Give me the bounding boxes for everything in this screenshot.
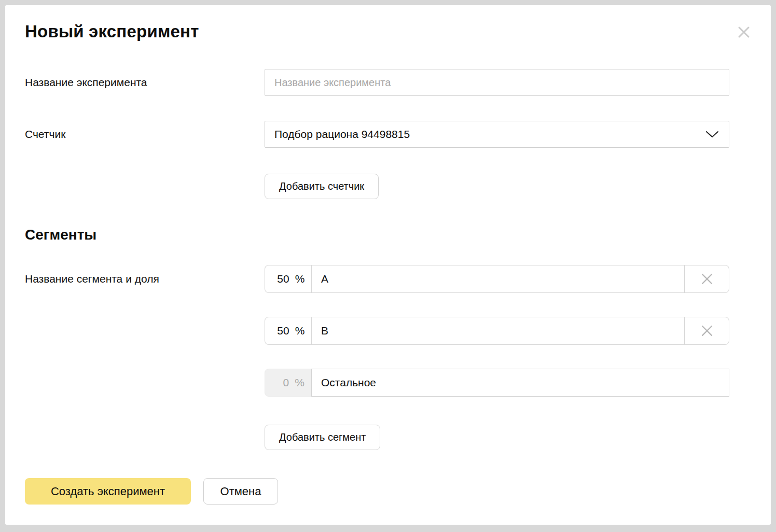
segment-name-input-rest[interactable] (312, 376, 729, 389)
remove-segment-b-button[interactable] (685, 317, 729, 345)
segment-row-rest: % (265, 369, 729, 397)
segment-share-input-rest (271, 376, 289, 389)
remove-segment-a-button[interactable] (685, 265, 729, 293)
counter-label: Счетчик (25, 121, 65, 148)
segment-name-cell (311, 317, 685, 345)
new-experiment-dialog: Новый эксперимент Название эксперимента … (5, 5, 771, 525)
create-experiment-button[interactable]: Создать эксперимент (25, 478, 191, 505)
add-counter-button[interactable]: Добавить счетчик (265, 174, 379, 199)
percent-sign: % (295, 273, 305, 285)
segment-row-b: % (265, 317, 729, 345)
segment-row-a: % (265, 265, 729, 293)
remove-icon (700, 324, 714, 338)
segment-name-input-a[interactable] (312, 273, 684, 285)
segment-name-input-b[interactable] (312, 325, 684, 337)
segment-share-input-a[interactable] (272, 273, 289, 285)
percent-sign: % (295, 376, 304, 389)
segment-name-cell (311, 265, 685, 293)
segment-share-cell-disabled: % (265, 369, 311, 397)
segment-share-cell: % (265, 317, 311, 345)
page-title: Новый эксперимент (25, 22, 199, 41)
counter-select[interactable]: Подбор рациона 94498815 (265, 121, 729, 148)
cancel-button[interactable]: Отмена (203, 478, 278, 505)
close-icon (736, 24, 752, 40)
segment-share-cell: % (265, 265, 311, 293)
counter-select-value: Подбор рациона 94498815 (274, 128, 705, 141)
add-segment-button[interactable]: Добавить сегмент (265, 425, 380, 450)
experiment-name-input[interactable] (265, 69, 729, 96)
segment-share-input-b[interactable] (272, 325, 289, 337)
remove-icon (700, 272, 714, 286)
close-button[interactable] (735, 23, 753, 41)
chevron-down-icon (705, 130, 719, 138)
experiment-name-label: Название эксперимента (25, 69, 147, 96)
segment-name-cell (311, 369, 729, 397)
segments-heading: Сегменты (25, 227, 96, 243)
segment-name-share-label: Название сегмента и доля (25, 265, 159, 293)
percent-sign: % (295, 325, 305, 337)
